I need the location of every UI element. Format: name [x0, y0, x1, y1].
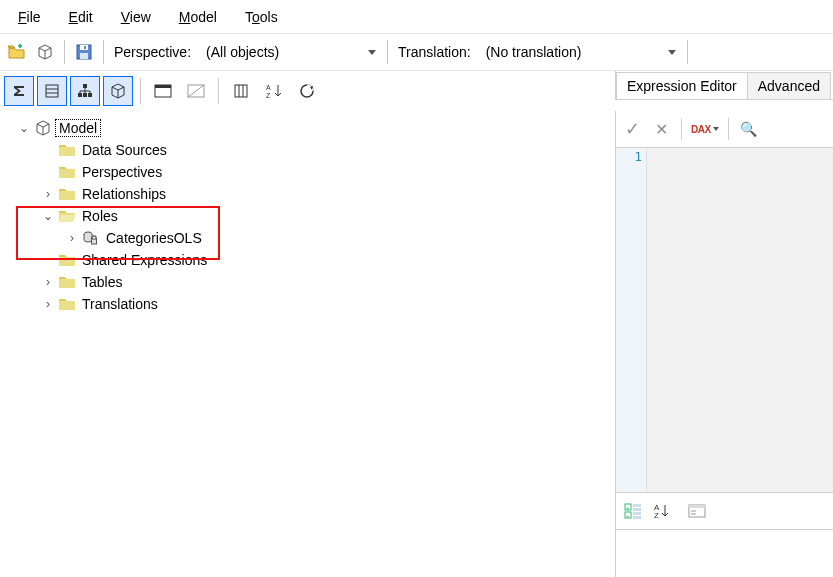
svg-rect-9: [83, 93, 87, 97]
sort-az-button[interactable]: AZ: [259, 76, 289, 106]
chevron-down-icon: [368, 50, 376, 55]
tree-item-perspectives[interactable]: › Perspectives: [8, 161, 615, 183]
tree-item-relationships[interactable]: › Relationships: [8, 183, 615, 205]
search-icon: 🔍: [740, 121, 757, 137]
perspective-combo[interactable]: (All objects): [197, 39, 381, 65]
tree-item-categories-ols[interactable]: › CategoriesOLS: [8, 227, 615, 249]
tree-root-label: Model: [55, 119, 101, 137]
menu-model[interactable]: Model: [167, 5, 229, 29]
folder-icon: [58, 296, 76, 312]
refresh-button[interactable]: [292, 76, 322, 106]
svg-text:+: +: [626, 513, 630, 519]
cancel-button[interactable]: ✕: [648, 116, 674, 142]
translation-label: Translation:: [394, 44, 475, 60]
toolbar-view: AZ: [0, 71, 615, 111]
properties-grid[interactable]: [616, 530, 833, 577]
menu-file[interactable]: File: [6, 5, 53, 29]
categorized-button[interactable]: ++: [620, 498, 646, 524]
folder-icon: [58, 274, 76, 290]
tree-item-tables[interactable]: › Tables: [8, 271, 615, 293]
translation-value: (No translation): [486, 44, 582, 60]
model-tree[interactable]: ⌄ Model › Data Sources › Perspectives › …: [0, 111, 615, 577]
svg-rect-3: [84, 46, 86, 49]
svg-rect-29: [59, 301, 75, 310]
line-gutter: 1: [616, 148, 647, 492]
cube-button[interactable]: [103, 76, 133, 106]
svg-rect-37: [633, 516, 641, 519]
properties-toolbar: ++ AZ: [616, 493, 833, 530]
svg-rect-23: [59, 191, 75, 200]
filter-off-button[interactable]: [181, 76, 211, 106]
check-icon: ✓: [625, 118, 640, 140]
svg-rect-33: [633, 508, 641, 511]
svg-rect-4: [46, 85, 58, 97]
expression-editor[interactable]: 1: [616, 148, 833, 493]
save-icon[interactable]: [71, 39, 97, 65]
tab-expression-editor[interactable]: Expression Editor: [616, 72, 748, 99]
expander-icon[interactable]: ›: [42, 275, 54, 289]
folder-icon: [58, 252, 76, 268]
main-area: ⌄ Model › Data Sources › Perspectives › …: [0, 111, 833, 577]
svg-text:Z: Z: [654, 511, 659, 519]
tree-root[interactable]: ⌄ Model: [8, 117, 615, 139]
svg-rect-7: [83, 84, 87, 88]
tree-item-roles[interactable]: ⌄ Roles: [8, 205, 615, 227]
expression-toolbar: ✓ ✕ DAX 🔍: [616, 111, 833, 148]
svg-rect-26: [92, 239, 97, 244]
svg-text:Z: Z: [266, 92, 271, 99]
hierarchy-button[interactable]: [70, 76, 100, 106]
toolbar-main: Perspective: (All objects) Translation: …: [0, 34, 833, 71]
dax-icon: DAX: [691, 124, 711, 135]
svg-rect-12: [155, 85, 171, 88]
window-button[interactable]: [148, 76, 178, 106]
svg-rect-2: [80, 53, 88, 59]
accept-button[interactable]: ✓: [619, 116, 645, 142]
tree-item-data-sources[interactable]: › Data Sources: [8, 139, 615, 161]
expander-icon[interactable]: ⌄: [42, 209, 54, 223]
open-folder-icon[interactable]: [4, 39, 30, 65]
svg-rect-8: [78, 93, 82, 97]
svg-rect-21: [59, 147, 75, 156]
right-panel: ✓ ✕ DAX 🔍 1 ++ AZ: [615, 111, 833, 577]
code-area[interactable]: [647, 148, 833, 492]
dax-dropdown[interactable]: DAX: [689, 116, 721, 142]
folder-open-icon: [58, 208, 76, 224]
svg-rect-42: [691, 510, 696, 512]
svg-text:+: +: [626, 505, 630, 511]
translation-combo[interactable]: (No translation): [477, 39, 681, 65]
expander-icon[interactable]: ›: [42, 187, 54, 201]
svg-rect-41: [689, 505, 705, 508]
x-icon: ✕: [655, 120, 668, 139]
svg-rect-43: [691, 513, 696, 515]
columns-button[interactable]: [226, 76, 256, 106]
expander-icon[interactable]: ›: [66, 231, 78, 245]
svg-rect-22: [59, 169, 75, 178]
property-pages-button[interactable]: [684, 498, 710, 524]
right-tabs: Expression Editor Advanced: [615, 71, 833, 100]
search-button[interactable]: 🔍: [736, 116, 762, 142]
expander-icon[interactable]: ›: [42, 297, 54, 311]
svg-rect-10: [88, 93, 92, 97]
menubar: File Edit View Model Tools: [0, 1, 833, 34]
cube-icon: [34, 120, 52, 136]
svg-rect-32: [633, 504, 641, 507]
menu-tools[interactable]: Tools: [233, 5, 290, 29]
svg-rect-15: [235, 85, 247, 97]
menu-edit[interactable]: Edit: [57, 5, 105, 29]
list-button[interactable]: [37, 76, 67, 106]
expander-icon[interactable]: ⌄: [18, 121, 30, 135]
chevron-down-icon: [713, 127, 719, 131]
tree-item-shared-expressions[interactable]: › Shared Expressions: [8, 249, 615, 271]
svg-line-14: [188, 85, 204, 97]
svg-rect-36: [633, 512, 641, 515]
svg-rect-27: [59, 257, 75, 266]
sigma-button[interactable]: [4, 76, 34, 106]
tab-advanced[interactable]: Advanced: [747, 72, 831, 99]
menu-view[interactable]: View: [109, 5, 163, 29]
tree-item-translations[interactable]: › Translations: [8, 293, 615, 315]
deploy-cube-icon[interactable]: [32, 39, 58, 65]
svg-text:A: A: [266, 84, 271, 91]
alphabetical-button[interactable]: AZ: [650, 498, 676, 524]
perspective-label: Perspective:: [110, 44, 195, 60]
role-icon: [82, 230, 100, 246]
